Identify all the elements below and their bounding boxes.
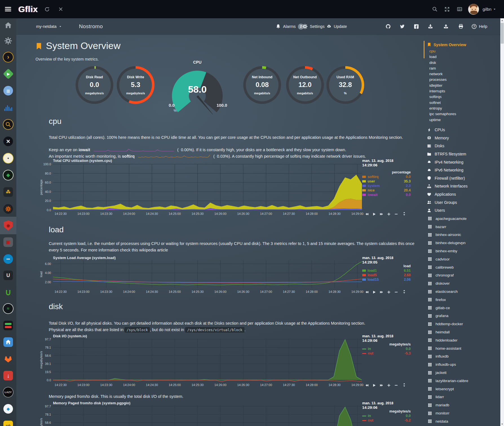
app-emby[interactable]: ▶ <box>3 68 14 79</box>
sidebar-item-network[interactable]: network <box>429 71 456 77</box>
toolbox-minus-button[interactable] <box>394 212 398 216</box>
search-icon[interactable] <box>432 0 437 18</box>
app-home-automation[interactable] <box>3 337 14 347</box>
sidebar-app-cadvisor[interactable]: cadvisor <box>428 255 468 263</box>
chart-resize-handle[interactable] <box>402 290 406 294</box>
toolbox-plus-button[interactable] <box>387 290 391 294</box>
app-guard-app[interactable]: ◉ <box>3 220 14 231</box>
legend-item-load5[interactable]: load52.68 <box>362 273 411 277</box>
chart-canvas-system-load[interactable]: 14:22:3014:23:0014:23:3014:24:0014:24:30… <box>37 260 364 296</box>
toolbox-forward-button[interactable] <box>380 383 383 387</box>
app-squid-app[interactable]: U <box>3 270 14 281</box>
sidebar-app-monitorr[interactable]: monitorr <box>428 409 468 417</box>
app-ombi[interactable]: × <box>3 136 14 147</box>
app-lazylibrarian[interactable]: LAZY <box>3 387 14 398</box>
sidebar-item-cpu[interactable]: cpu <box>429 48 456 54</box>
toolbox-minus-button[interactable] <box>394 383 398 387</box>
sidebar-item-ipc-semaphores[interactable]: ipc semaphores <box>429 111 456 117</box>
sidebar-section-firewall-netfilter-[interactable]: Firewall (netfilter) <box>427 174 468 182</box>
facebook-header-button[interactable] <box>414 18 419 35</box>
close-tab-icon[interactable] <box>58 0 63 18</box>
sidebar-app-elasticsearch[interactable]: elasticsearch <box>428 287 468 296</box>
user-menu[interactable]: gilbn <box>483 0 496 18</box>
sidebar-section-disks[interactable]: Disks <box>427 142 468 150</box>
alarms-header-button[interactable]: Alarms2 <box>276 18 304 35</box>
sidebar-app-netdata[interactable]: netdata <box>428 417 468 425</box>
sidebar-app-binhex-delugevpn[interactable]: binhex-delugevpn <box>428 239 468 247</box>
sidebar-item-ram[interactable]: ram <box>429 66 456 71</box>
app-nextcloud[interactable]: ••• <box>3 254 14 264</box>
app-home[interactable] <box>3 20 14 31</box>
legend-item-out[interactable]: out-5.2 <box>362 418 411 422</box>
sidebar-app-jackett[interactable]: jackett <box>428 369 468 377</box>
sidebar-app-gitlab-ce[interactable]: gitlab-ce <box>428 304 468 312</box>
sidebar-app-influxdb-ups[interactable]: influxdb-ups <box>428 360 468 369</box>
chart-canvas-system-cpu[interactable]: 14:22:3014:23:0014:23:3014:24:0014:24:30… <box>37 162 364 218</box>
app-cubes-app[interactable]: ▣ <box>3 237 14 247</box>
app-sabnzbd[interactable]: sab <box>3 420 14 426</box>
sidebar-section-ipv4-networking[interactable]: IPv4 Networking <box>427 158 468 166</box>
gauge-used-ram[interactable]: Used RAM32.8% <box>324 66 366 111</box>
sidebar-app-chronograf[interactable]: chronograf <box>428 271 468 280</box>
legend-item-in[interactable]: in0.0 <box>362 414 411 418</box>
sidebar-item-idlejitter[interactable]: idlejitter <box>429 83 456 88</box>
app-island-app[interactable]: ≈ <box>3 303 14 314</box>
toolbox-minus-button[interactable] <box>394 290 398 294</box>
sidebar-section-network-interfaces[interactable]: Network Interfaces <box>427 182 468 190</box>
sidebar-item-entropy[interactable]: entropy <box>429 106 456 111</box>
gauge-disk-read[interactable]: Disk Read0.0megabytes/s <box>73 66 116 111</box>
sidebar-app-hddtemp-docker[interactable]: hddtemp-docker <box>428 320 468 328</box>
sidebar-item-uptime[interactable]: uptime <box>429 117 456 123</box>
toolbox-play-button[interactable] <box>372 290 376 294</box>
gauge-disk-write[interactable]: Disk Write5.3megabytes/s <box>114 66 157 111</box>
app-node-graph-app[interactable]: ⁂ <box>3 187 14 197</box>
toolbox-backward-button[interactable] <box>365 212 369 216</box>
sidebar-item-interrupts[interactable]: interrupts <box>429 88 456 94</box>
sidebar-app-mariadb[interactable]: mariadb <box>428 401 468 409</box>
news-icon[interactable] <box>457 0 462 18</box>
sidebar-item-processes[interactable]: processes <box>429 77 456 82</box>
toolbox-plus-button[interactable] <box>387 383 391 387</box>
app-calibre-web[interactable]: ||| <box>3 85 14 96</box>
legend-item-load1[interactable]: load16.51 <box>362 269 411 273</box>
hamburger-menu-button[interactable] <box>5 0 12 18</box>
app-airsonic[interactable] <box>3 102 14 113</box>
toolbox-backward-button[interactable] <box>365 290 369 294</box>
sidebar-app-bazarr[interactable]: bazarr <box>428 223 468 231</box>
app-settings[interactable] <box>3 35 14 46</box>
sidebar-section-cpus[interactable]: CPUs <box>427 126 468 134</box>
sidebar-app-apacheguacamole[interactable]: apacheguacamole <box>428 215 468 223</box>
app-utorrent-like-app[interactable]: ∪ <box>3 287 14 298</box>
sidebar-app-heimdall[interactable]: heimdall <box>428 328 468 336</box>
refresh-icon[interactable] <box>45 0 50 18</box>
sidebar-section-system-overview[interactable]: System Overview <box>427 42 466 47</box>
sidebar-app-hiddenloader[interactable]: hiddenloader <box>428 336 468 344</box>
sidebar-app-influxdb[interactable]: influxdb <box>428 353 468 361</box>
legend-item-iowait[interactable]: iowait0.0 <box>362 193 411 197</box>
legend-item-softirq[interactable]: softirq0.0 <box>362 175 411 179</box>
app-download-app[interactable]: ↓ <box>3 370 14 381</box>
wikipedia-link[interactable]: this wikipedia article <box>132 248 168 252</box>
legend-item-load15[interactable]: load152.06 <box>362 278 411 282</box>
sidebar-app-lidarr[interactable]: lidarr <box>428 393 468 401</box>
sidebar-item-softnet[interactable]: softnet <box>429 100 456 106</box>
app-penguin-app[interactable]: ● <box>3 153 14 164</box>
sidebar-section-memory[interactable]: Memory <box>427 134 468 142</box>
toolbox-play-button[interactable] <box>372 212 376 216</box>
toolbox-plus-button[interactable] <box>387 212 391 216</box>
gauge-net-outbound[interactable]: Net Outbound12.0megabits/s <box>284 66 326 111</box>
scrollbar[interactable]: ▲ ▼ <box>500 18 504 426</box>
toolbox-backward-button[interactable] <box>365 383 369 387</box>
sidebar-app-firefox[interactable]: firefox <box>428 296 468 304</box>
legend-item-system[interactable]: system2.3 <box>362 184 411 188</box>
gauge-cpu[interactable]: CPU58.00.0100.0% <box>159 60 235 116</box>
twitter-header-button[interactable] <box>400 18 405 35</box>
avatar[interactable] <box>468 0 479 18</box>
scrollbar-up-arrow[interactable]: ▲ <box>500 18 504 22</box>
sidebar-item-softirqs[interactable]: softirqs <box>429 94 456 100</box>
toolbox-forward-button[interactable] <box>380 212 383 216</box>
fullscreen-icon[interactable] <box>445 0 450 18</box>
sidebar-section-users[interactable]: Users <box>427 206 468 215</box>
legend-item-in[interactable]: in0.0 <box>362 347 411 351</box>
sidebar-app-grafana[interactable]: grafana <box>428 312 468 320</box>
